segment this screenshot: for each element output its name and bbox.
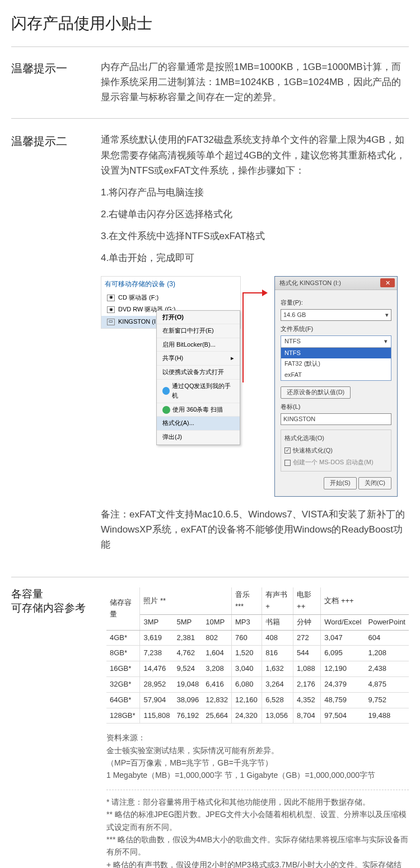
ctx-format[interactable]: 格式化(A)...: [157, 417, 240, 431]
drive-kingston-label: KINGSTON (I:): [118, 317, 160, 327]
ctx-qq-send[interactable]: 通过QQ发送到我的手机: [157, 380, 240, 403]
ctx-share[interactable]: 共享(H)▸: [157, 352, 240, 366]
format-options-label: 格式化选项(O): [284, 433, 388, 444]
tip-two-intro: 通常系统默认使用的FAT32磁盘系统支持单个文件的容量上限为4GB，如果您需要存…: [101, 132, 409, 178]
ctx-open-new[interactable]: 在新窗口中打开(E): [157, 324, 240, 338]
footnotes: * 请注意：部分容量将用于格式化和其他功能使用，因此不能用于数据存储。 ** 略…: [106, 790, 409, 868]
filesystem-label: 文件系统(F): [281, 324, 391, 334]
screenshot-region: 有可移动存储的设备 (3) ◉ CD 驱动器 (F:) ◉ DVD RW 驱动器…: [101, 276, 409, 497]
exfat-note: 备注：exFAT文件支持Mac10.6.5、Windows7、VISTA和安装了…: [101, 507, 409, 553]
table-row: 32GB*28,95219,0486,4166,0803,2642,17624,…: [106, 676, 409, 692]
quick-format-label: 快速格式化(Q): [293, 446, 333, 456]
fs-opt-ntfs[interactable]: NTFS: [281, 348, 391, 359]
msdos-label: 创建一个 MS-DOS 启动盘(M): [293, 458, 374, 468]
page-title: 闪存产品使用小贴士: [11, 11, 409, 47]
col-audiobook: 有声书 +: [262, 587, 293, 614]
explorer-header: 有可移动存储的设备 (3): [101, 277, 240, 292]
capacity-select[interactable]: 14.6 GB▾: [281, 309, 391, 321]
close-button[interactable]: ✕: [380, 278, 395, 287]
col-photo: 照片 **: [140, 587, 232, 614]
shield-icon: [162, 406, 170, 414]
step-3: 3.在文件系统中选择NTFS或exFAT格式: [101, 228, 409, 244]
ctx-360scan[interactable]: 使用 360杀毒 扫描: [157, 403, 240, 417]
capacity-label: 容量(P):: [281, 298, 391, 308]
step-4: 4.单击开始，完成即可: [101, 250, 409, 265]
drive-cd-label: CD 驱动器 (F:): [118, 293, 158, 303]
table-row: 8GB*7,2384,7621,6041,5208165446,0951,208: [106, 646, 409, 661]
disc-icon: ◉: [107, 295, 115, 301]
capacity-table: 储存容量 照片 ** 音乐 *** 有声书 + 电影 ++ 文档 +++ 3MP…: [106, 587, 409, 724]
start-button[interactable]: 开始(S): [324, 477, 357, 489]
ctx-portable[interactable]: 以便携式设备方式打开: [157, 366, 240, 380]
dialog-title: 格式化 KINGSTON (I:): [279, 278, 341, 288]
tip-one-body: 内存产品出厂的容量通常是按照1MB=1000KB，1GB=1000MB计算，而操…: [101, 59, 409, 105]
table-row: 64GB*57,90438,09612,83212,1606,5284,3524…: [106, 692, 409, 708]
chevron-down-icon: ▾: [385, 310, 389, 320]
data-source: 资料来源： 金士顿实验室测试结果，实际情况可能有所差异。 （MP=百万像素，MB…: [106, 731, 409, 782]
step-1: 1.将闪存产品与电脑连接: [101, 185, 409, 200]
tip-two-label: 温馨提示二: [11, 132, 101, 559]
msdos-checkbox[interactable]: [284, 460, 291, 466]
ctx-bitlocker[interactable]: 启用 BitLocker(B)...: [157, 338, 240, 352]
step-2: 2.右键单击闪存分区选择格式化: [101, 207, 409, 222]
col-movie: 电影 ++: [293, 587, 321, 614]
capacity-table-section: 各容量 可存储内容参考 储存容量 照片 ** 音乐 *** 有声书 + 电影 +…: [11, 577, 409, 868]
disc-icon: ◉: [107, 306, 115, 313]
volume-input[interactable]: KINGSTON: [281, 413, 391, 426]
explorer-panel: 有可移动存储的设备 (3) ◉ CD 驱动器 (F:) ◉ DVD RW 驱动器…: [101, 276, 241, 329]
drive-icon: ▭: [107, 319, 115, 325]
tip-one: 温馨提示一 内存产品出厂的容量通常是按照1MB=1000KB，1GB=1000M…: [11, 59, 409, 119]
fs-opt-fat32[interactable]: FAT32 (默认): [281, 358, 391, 370]
arrow-indicator: [248, 276, 268, 354]
table-section-label: 各容量 可存储内容参考: [11, 587, 106, 868]
col-document: 文档 +++: [321, 587, 409, 614]
tip-two: 温馨提示二 通常系统默认使用的FAT32磁盘系统支持单个文件的容量上限为4GB，…: [11, 132, 409, 563]
filesystem-select[interactable]: NTFS▾ NTFS FAT32 (默认) exFAT: [281, 335, 391, 381]
drive-cd[interactable]: ◉ CD 驱动器 (F:): [101, 292, 240, 304]
qq-icon: [162, 387, 170, 395]
table-row: 16GB*14,4769,5243,2083,0401,6321,08812,1…: [106, 661, 409, 677]
fs-opt-exfat[interactable]: exFAT: [281, 370, 391, 381]
ctx-open[interactable]: 打开(O): [157, 311, 240, 325]
col-storage: 储存容量: [106, 587, 140, 630]
table-row: 128GB*115,80876,19225,66424,32013,0568,7…: [106, 708, 409, 724]
format-dialog: 格式化 KINGSTON (I:) ✕ 容量(P): 14.6 GB▾ 文件系统…: [274, 276, 398, 497]
quick-format-checkbox[interactable]: ✓: [284, 447, 291, 454]
tip-one-label: 温馨提示一: [11, 59, 101, 105]
restore-defaults-button[interactable]: 还原设备的默认值(D): [281, 386, 351, 399]
volume-label: 卷标(L): [281, 402, 391, 412]
close-dialog-button[interactable]: 关闭(C): [358, 477, 391, 489]
ctx-eject[interactable]: 弹出(J): [157, 431, 240, 445]
col-music: 音乐 ***: [231, 587, 262, 614]
context-menu: 打开(O) 在新窗口中打开(E) 启用 BitLocker(B)... 共享(H…: [156, 310, 240, 445]
chevron-down-icon: ▾: [384, 337, 388, 347]
table-row: 4GB*3,6192,3818027604082723,047604: [106, 630, 409, 646]
